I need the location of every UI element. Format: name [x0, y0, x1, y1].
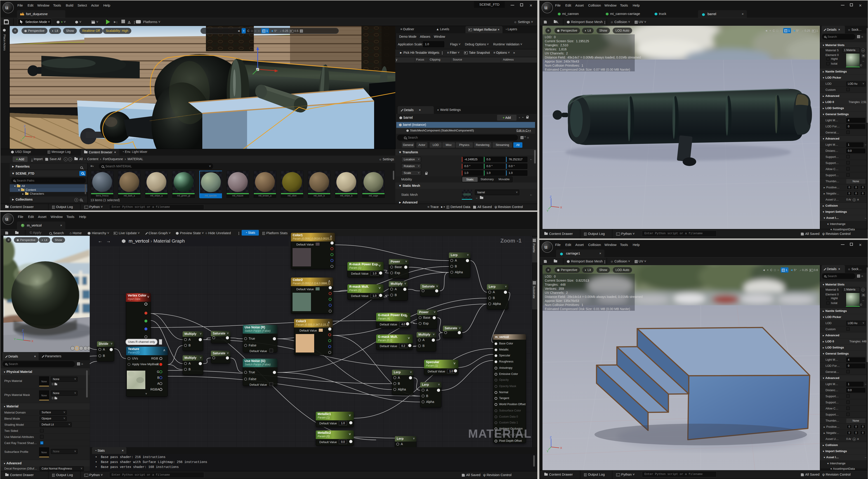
svg-text:X: X — [560, 446, 562, 450]
svg-text:Z: Z — [550, 436, 552, 439]
svg-text:Z: Z — [24, 125, 26, 128]
svg-text:X: X — [31, 339, 33, 343]
svg-text:X: X — [33, 136, 35, 139]
svg-text:Y: Y — [547, 450, 549, 453]
svg-text:Y: Y — [14, 337, 16, 341]
svg-text:Zoom -1: Zoom -1 — [500, 238, 522, 244]
svg-text:Z: Z — [22, 329, 24, 332]
svg-text:Y: Y — [20, 139, 22, 142]
svg-text:Y: Y — [547, 209, 549, 212]
svg-text:X: X — [560, 206, 562, 209]
svg-text:Z: Z — [550, 195, 552, 199]
